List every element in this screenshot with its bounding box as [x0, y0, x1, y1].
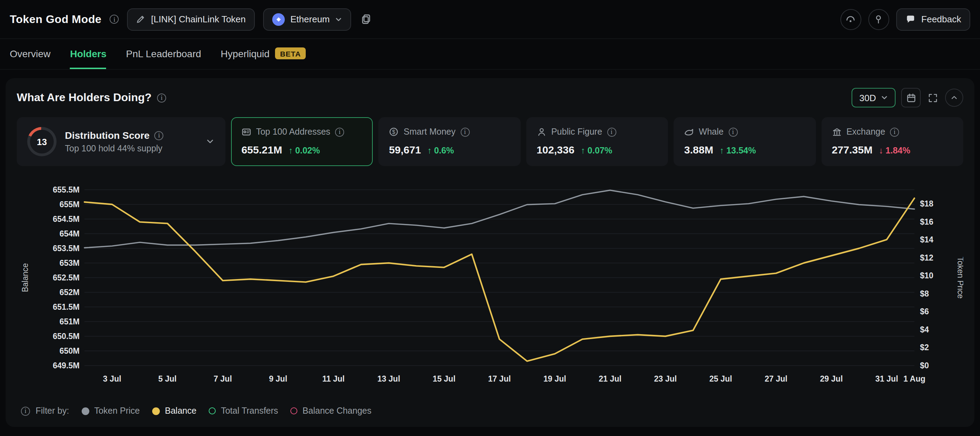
stat-value: 59,671: [389, 144, 421, 155]
legend-token-price[interactable]: Token Price: [82, 406, 140, 416]
edit-icon: [137, 15, 146, 24]
tab-pnl-leaderboard[interactable]: PnL Leaderboard: [126, 39, 201, 69]
stat-card-top-100-addresses[interactable]: Top 100 Addresses 655.21M ↑ 0.02%: [231, 117, 373, 166]
token-select-button[interactable]: [LINK] ChainLink Token: [127, 8, 255, 30]
svg-text:25 Jul: 25 Jul: [710, 374, 732, 383]
feedback-label: Feedback: [921, 14, 961, 24]
distribution-score-card[interactable]: 13 Distribution Score Top 100 hold 44% s…: [17, 117, 226, 166]
calendar-button[interactable]: [901, 88, 921, 108]
chart-legend: Filter by: Token Price Balance Total Tra…: [17, 403, 963, 421]
tab-holders[interactable]: Holders: [70, 39, 107, 69]
tab-hyperliquid[interactable]: Hyperliquid BETA: [221, 39, 306, 69]
info-icon[interactable]: [154, 131, 164, 140]
copy-button[interactable]: [360, 14, 373, 24]
chevron-up-icon: [949, 93, 959, 103]
top-bar: Token God Mode [LINK] ChainLink Token ◆ …: [0, 0, 980, 39]
collapse-button[interactable]: [945, 89, 963, 107]
app-root: Token God Mode [LINK] ChainLink Token ◆ …: [0, 0, 980, 436]
stat-change: ↓ 1.84%: [879, 146, 910, 155]
svg-text:23 Jul: 23 Jul: [654, 374, 677, 383]
token-label: [LINK] ChainLink Token: [151, 14, 246, 24]
fullscreen-button[interactable]: [926, 92, 940, 103]
distribution-score: 13: [37, 136, 47, 147]
page-title: Token God Mode: [10, 13, 102, 25]
fullscreen-icon: [928, 92, 938, 103]
chevron-down-icon: [205, 137, 215, 146]
stat-card-whale[interactable]: Whale 3.88M ↑ 13.54%: [674, 117, 816, 166]
svg-text:$18: $18: [920, 199, 934, 208]
stat-card-public-figure[interactable]: Public Figure 102,336 ↑ 0.07%: [526, 117, 668, 166]
info-icon[interactable]: [110, 15, 119, 24]
stat-card-smart-money[interactable]: $ Smart Money 59,671 ↑ 0.6%: [379, 117, 521, 166]
copy-icon: [361, 14, 372, 24]
svg-text:31 Jul: 31 Jul: [875, 374, 898, 383]
watchlist-icon: [846, 14, 856, 24]
svg-text:$2: $2: [920, 343, 929, 352]
svg-text:$14: $14: [920, 235, 934, 244]
balance-marker: [153, 407, 160, 415]
stat-change: ↑ 0.07%: [581, 146, 612, 155]
svg-text:$12: $12: [920, 253, 933, 262]
panel-header: What Are Holders Doing? 30D: [17, 88, 963, 108]
stat-change: ↑ 0.02%: [288, 146, 320, 155]
svg-text:Balance: Balance: [21, 263, 30, 292]
info-icon[interactable]: [890, 127, 899, 136]
svg-text:$0: $0: [920, 361, 929, 370]
watchlist-button[interactable]: [840, 9, 861, 30]
feedback-button[interactable]: Feedback: [896, 8, 970, 30]
svg-text:15 Jul: 15 Jul: [433, 374, 455, 383]
svg-text:11 Jul: 11 Jul: [322, 374, 344, 383]
stat-cards-row: 13 Distribution Score Top 100 hold 44% s…: [17, 117, 963, 166]
info-icon[interactable]: [607, 127, 616, 136]
range-selector[interactable]: 30D: [851, 88, 896, 108]
info-icon[interactable]: [729, 127, 737, 136]
stat-card-exchange[interactable]: Exchange 277.35M ↓ 1.84%: [821, 117, 963, 166]
legend-balance-changes[interactable]: Balance Changes: [291, 406, 371, 416]
balance-changes-marker: [291, 407, 298, 414]
pin-icon: [873, 14, 884, 24]
chain-label: Ethereum: [290, 14, 330, 24]
calendar-icon: [906, 92, 916, 103]
holders-panel: What Are Holders Doing? 30D: [6, 78, 974, 427]
distribution-gauge: 13: [27, 127, 57, 156]
svg-text:Token Price: Token Price: [956, 257, 963, 298]
total-transfers-marker: [209, 407, 216, 414]
svg-text:654M: 654M: [59, 229, 80, 238]
pin-button[interactable]: [868, 9, 889, 30]
token-price-marker: [82, 407, 89, 415]
exchange-icon: [832, 127, 842, 137]
info-icon[interactable]: [460, 127, 469, 136]
svg-text:651.5M: 651.5M: [53, 303, 80, 311]
stat-change: ↑ 13.54%: [720, 146, 756, 155]
svg-text:21 Jul: 21 Jul: [598, 374, 621, 383]
stat-value: 3.88M: [684, 144, 713, 155]
svg-text:$4: $4: [920, 325, 929, 334]
top100-icon: [242, 127, 251, 137]
svg-text:17 Jul: 17 Jul: [488, 374, 511, 383]
chevron-down-icon: [336, 16, 342, 23]
svg-text:29 Jul: 29 Jul: [820, 374, 843, 383]
svg-text:652M: 652M: [59, 288, 80, 297]
chain-select-dropdown[interactable]: ◆ Ethereum: [263, 8, 352, 30]
info-icon[interactable]: [157, 93, 166, 102]
public-figure-icon: [536, 127, 546, 137]
info-icon[interactable]: [21, 406, 30, 415]
svg-text:650M: 650M: [59, 346, 80, 355]
svg-text:651M: 651M: [59, 317, 80, 326]
whale-icon: [684, 127, 694, 137]
feedback-icon: [905, 14, 916, 24]
info-icon[interactable]: [335, 127, 344, 136]
panel-title: What Are Holders Doing?: [17, 91, 151, 104]
svg-text:652.5M: 652.5M: [53, 273, 80, 282]
tab-overview[interactable]: Overview: [10, 39, 51, 69]
legend-total-transfers[interactable]: Total Transfers: [209, 406, 278, 416]
legend-balance[interactable]: Balance: [153, 406, 196, 416]
svg-text:$6: $6: [920, 307, 929, 316]
stat-value: 655.21M: [242, 144, 282, 155]
svg-text:9 Jul: 9 Jul: [269, 374, 287, 383]
svg-text:$10: $10: [920, 271, 933, 280]
stat-change: ↑ 0.6%: [427, 146, 454, 155]
svg-text:5 Jul: 5 Jul: [158, 374, 177, 383]
holders-chart[interactable]: 655.5M655M654.5M654M653.5M653M652.5M652M…: [17, 169, 963, 403]
svg-text:1 Aug: 1 Aug: [903, 374, 925, 383]
